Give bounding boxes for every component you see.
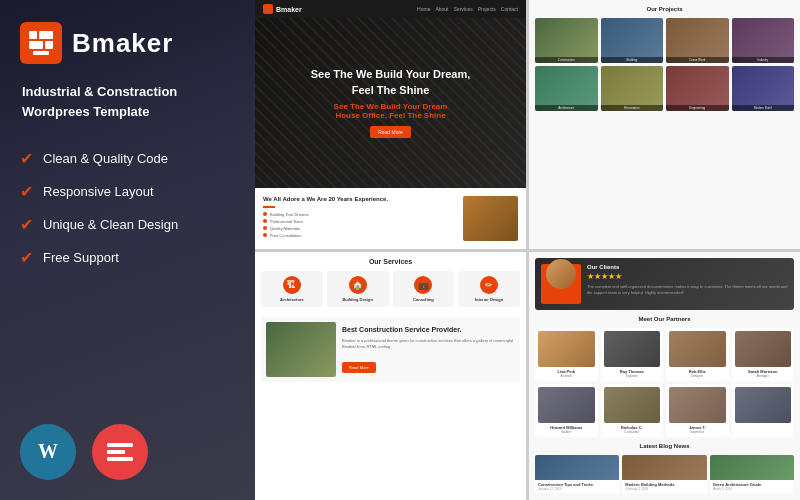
team-role-4: Manager (735, 374, 792, 378)
about-item-text-2: Professional Team (270, 219, 303, 224)
team-avatar-1 (538, 331, 595, 367)
check-icon-2: ✔ (20, 182, 33, 201)
csp-title: Best Construction Service Provider. (342, 325, 515, 334)
service-card-4: ✏ Interior Design (458, 271, 520, 307)
team-role-3: Designer (669, 374, 726, 378)
blog-title: Latest Blog News (535, 443, 794, 449)
svg-text:W: W (38, 440, 58, 462)
service-name-4: Interior Design (475, 297, 503, 302)
blog-image-1 (535, 455, 619, 480)
nav-link-1: Home (417, 6, 430, 12)
gallery-item-8: Modern Build (732, 66, 795, 111)
testimonial-text: The complete and well-organized document… (587, 284, 788, 296)
brand-row: Bmaker (20, 22, 235, 64)
team-card-6: Nicholas C. Consultant (601, 384, 664, 437)
e-bar-2 (107, 450, 125, 454)
about-item-4: Free Consultation (263, 233, 457, 238)
testimonial-accent (541, 264, 581, 304)
service-icon-2: 🏠 (349, 276, 367, 294)
demo-brand-name: Bmaker (276, 6, 302, 13)
service-card-1: 🏗 Architecture (261, 271, 323, 307)
blog-grid: Construction Tips and Tricks January 12,… (535, 455, 794, 493)
about-image (463, 196, 518, 241)
gallery-label-4: Industry (732, 57, 795, 63)
about-items: Building Your Dreams Professional Team Q… (263, 212, 457, 238)
service-icon-3: 💼 (414, 276, 432, 294)
hero-content: See The We Build Your Dream,Feel The Shi… (255, 18, 526, 188)
feature-label-2: Responsive Layout (43, 184, 154, 199)
services-grid: 🏗 Architecture 🏠 Building Design 💼 Consu… (261, 271, 520, 307)
team-card-7: James T. Supervisor (666, 384, 729, 437)
team-role-2: Engineer (604, 374, 661, 378)
blog-card-3: Green Architecture Guide March 8, 2024 (710, 455, 794, 493)
dot-3 (263, 226, 267, 230)
about-item-text-1: Building Your Dreams (270, 212, 308, 217)
testimonial-box: Our Clients ★★★★★ The complete and well-… (535, 258, 794, 310)
team-card-3: Rob Ellis Designer (666, 328, 729, 381)
nav-link-2: About (435, 6, 448, 12)
about-divider (263, 206, 275, 208)
svg-rect-4 (33, 51, 49, 55)
team-avatar-4 (735, 331, 792, 367)
about-title: We All Adore a We Are 20 Years Experienc… (263, 196, 457, 202)
dot-1 (263, 212, 267, 216)
left-panel: Bmaker Industrial & ConstractionWordpree… (0, 0, 255, 500)
wordpress-logo: W (20, 424, 76, 480)
hero-quadrant: Bmaker Home About Services Projects Cont… (255, 0, 526, 249)
demo-logo-icon (263, 4, 273, 14)
blog-meta-3: March 8, 2024 (713, 487, 791, 491)
right-panel: Bmaker Home About Services Projects Cont… (255, 0, 800, 500)
gallery-label-3: Crane Work (666, 57, 729, 63)
gallery-label-6: Renovation (601, 105, 664, 111)
hero-cta-button[interactable]: Read More (370, 126, 411, 138)
about-item-1: Building Your Dreams (263, 212, 457, 217)
blog-image-2 (622, 455, 706, 480)
elementor-bars (103, 439, 137, 465)
hero-title: See The We Build Your Dream,Feel The Shi… (311, 67, 471, 98)
nav-link-5: Contact (501, 6, 518, 12)
team-card-5: Howard Williams Builder (535, 384, 598, 437)
brand-name: Bmaker (72, 28, 173, 59)
team-card-1: Lisa Pink Architect (535, 328, 598, 381)
gallery-quadrant: Our Projects Construction Building Crane… (529, 0, 800, 249)
csp-image (266, 322, 336, 377)
about-item-2: Professional Team (263, 219, 457, 224)
nav-link-4: Projects (478, 6, 496, 12)
csp-readmore-button[interactable]: Read More (342, 362, 376, 373)
team-title: Meet Our Partners (535, 316, 794, 322)
team-role-1: Architect (538, 374, 595, 378)
team-card-4: Sarah Morrison Manager (732, 328, 795, 381)
gallery-label-7: Engineering (666, 105, 729, 111)
blog-info-3: Green Architecture Guide March 8, 2024 (710, 480, 794, 493)
gallery-item-1: Construction (535, 18, 598, 63)
gallery-item-6: Renovation (601, 66, 664, 111)
tagline: Industrial & ConstractionWordprees Templ… (20, 82, 235, 121)
gallery-item-2: Building (601, 18, 664, 63)
gallery-label-5: Architecture (535, 105, 598, 111)
csp-desc: Bmaker is a professional theme given for… (342, 338, 515, 350)
logos-row: W (20, 424, 235, 480)
hero-subtitle: See The We Build Your Dream House Office… (334, 102, 448, 120)
check-icon-4: ✔ (20, 248, 33, 267)
brand-icon (20, 22, 62, 64)
csp-section: Best Construction Service Provider. Bmak… (261, 317, 520, 382)
gallery-grid: Construction Building Crane Work Industr… (535, 18, 794, 111)
blog-meta-2: February 3, 2024 (625, 487, 703, 491)
blog-meta-1: January 12, 2024 (538, 487, 616, 491)
demo-nav-links: Home About Services Projects Contact (417, 6, 518, 12)
team-card-8 (732, 384, 795, 437)
svg-rect-0 (29, 31, 37, 39)
team-avatar-3 (669, 331, 726, 367)
about-item-text-4: Free Consultation (270, 233, 302, 238)
gallery-item-5: Architecture (535, 66, 598, 111)
blog-info-2: Modern Building Methods February 3, 2024 (622, 480, 706, 493)
dot-4 (263, 233, 267, 237)
service-icon-1: 🏗 (283, 276, 301, 294)
blog-card-2: Modern Building Methods February 3, 2024 (622, 455, 706, 493)
features-list: ✔ Clean & Quality Code ✔ Responsive Layo… (20, 149, 235, 267)
hero-subtitle-highlight: House Office, Feel The Shine (335, 111, 445, 120)
testimonial-content: Our Clients ★★★★★ The complete and well-… (587, 264, 788, 296)
dot-2 (263, 219, 267, 223)
team-card-2: Ray Thomas Engineer (601, 328, 664, 381)
demo-navbar: Bmaker Home About Services Projects Cont… (255, 0, 526, 18)
